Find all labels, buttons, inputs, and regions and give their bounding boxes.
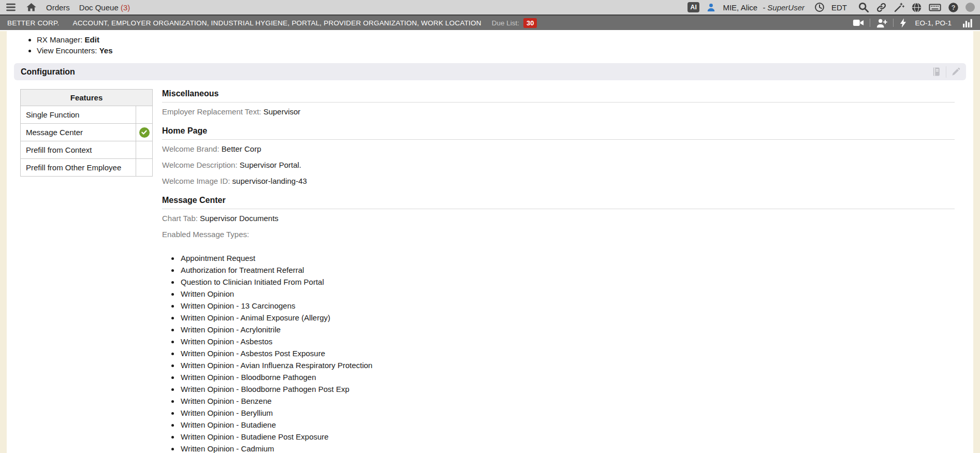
message-type-item: Authorization for Treatment Referral (180, 264, 955, 276)
message-type-item: Written Opinion (180, 288, 955, 300)
message-type-item: Written Opinion - Asbestos (180, 335, 955, 347)
user-name: MIE, Alice (723, 3, 757, 12)
feature-label: Single Function (21, 106, 136, 124)
field-chart-tab: Chart Tab: Supervisor Documents (162, 212, 955, 225)
context-bar: BETTER CORP. ACCOUNT, EMPLOYER ORGANIZAT… (0, 14, 980, 30)
panel-title: Configuration (21, 67, 75, 77)
book-icon[interactable] (931, 67, 941, 77)
context-list[interactable]: ACCOUNT, EMPLOYER ORGANIZATION, INDUSTRI… (72, 19, 481, 27)
feature-label: Prefill from Context (21, 141, 136, 159)
pencil-icon[interactable] (951, 67, 961, 77)
section-title-message-center: Message Center (162, 196, 955, 209)
feature-label: Message Center (21, 124, 136, 141)
permission-item: View Encounters: Yes (37, 45, 973, 56)
lightning-icon[interactable] (899, 18, 907, 28)
feature-status-cell (136, 106, 153, 124)
field-welcome-brand: Welcome Brand: Better Corp (162, 142, 955, 156)
message-type-item: Question to Clinician Initiated From Por… (180, 276, 955, 288)
configuration-details: Miscellaneous Employer Replacement Text:… (162, 89, 955, 453)
message-type-item: Written Opinion - Acrylonitrile (180, 324, 955, 335)
timezone-label: EDT (831, 3, 847, 12)
feature-status-cell (136, 159, 153, 177)
due-list-badge[interactable]: 30 (523, 18, 537, 28)
feature-row: Prefill from Context (21, 141, 153, 159)
enabled-message-types-list: Appointment Request Authorization for Tr… (162, 252, 955, 453)
user-menu[interactable]: MIE, Alice - SuperUser (723, 3, 805, 12)
user-icon[interactable] (706, 3, 716, 12)
permission-item: RX Manager: Edit (37, 34, 973, 45)
wand-icon[interactable] (894, 2, 904, 13)
message-type-item: Written Opinion - Butadiene Post Exposur… (180, 431, 955, 443)
divider (893, 19, 894, 27)
message-type-item: Written Opinion - Benzene (180, 395, 955, 407)
section-title-miscellaneous: Miscellaneous (162, 89, 955, 103)
message-type-item: Written Opinion - Bloodborne Pathogen (180, 371, 955, 383)
features-table: Features Single Function (20, 89, 153, 177)
message-type-item: Written Opinion - Beryllium (180, 407, 955, 419)
help-icon[interactable]: ? (948, 2, 959, 13)
message-type-item: Written Opinion - Avian Influenza Respir… (180, 359, 955, 371)
keyboard-icon[interactable] (929, 2, 941, 13)
message-type-item: Written Opinion - Bloodborne Pathogen Po… (180, 383, 955, 395)
feature-label: Prefill from Other Employee (21, 159, 136, 177)
feature-row: Prefill from Other Employee (21, 159, 153, 177)
features-table-body: Single Function Message Center (21, 106, 153, 177)
divider (946, 66, 946, 78)
nav-orders[interactable]: Orders (46, 3, 70, 12)
page-edge-right (973, 31, 980, 453)
field-welcome-image-id: Welcome Image ID: supervisor-landing-43 (162, 174, 955, 188)
feature-status-cell (136, 141, 153, 159)
feature-row: Single Function (21, 106, 153, 124)
globe-icon[interactable] (911, 2, 922, 13)
check-icon (139, 127, 150, 138)
hamburger-menu-icon[interactable] (5, 2, 17, 12)
doc-queue-count: (3) (121, 3, 130, 12)
person-add-icon[interactable] (876, 18, 887, 28)
svg-text:?: ? (952, 4, 956, 11)
search-icon[interactable] (858, 2, 869, 13)
field-welcome-description: Welcome Description: Supervisor Portal. (162, 158, 955, 172)
entity-label[interactable]: EO-1, PO-1 (915, 19, 952, 27)
message-type-item: Appointment Request (180, 252, 955, 264)
message-type-item: Written Opinion - Cadmium (180, 443, 955, 453)
status-circle-icon[interactable] (966, 3, 975, 12)
message-type-item: Written Opinion - Asbestos Post Exposure (180, 347, 955, 359)
configuration-panel: Configuration (14, 63, 966, 453)
ai-badge[interactable]: AI (688, 2, 699, 12)
features-table-header: Features (21, 90, 153, 106)
user-role: - SuperUser (763, 3, 805, 12)
bar-chart-icon[interactable] (962, 18, 973, 27)
home-icon[interactable] (26, 2, 37, 12)
feature-row: Message Center (21, 124, 153, 141)
field-employer-replacement-text: Employer Replacement Text: Supervisor (162, 105, 955, 119)
link-icon[interactable] (876, 2, 887, 13)
page-edge-left (0, 31, 7, 453)
top-bar: Orders Doc Queue (3) AI MIE, Alice - Sup… (0, 0, 980, 14)
message-type-item: Written Opinion - 13 Carcinogens (180, 300, 955, 312)
message-type-item: Written Opinion - Animal Exposure (Aller… (180, 312, 955, 324)
video-camera-icon[interactable] (853, 18, 864, 27)
divider (870, 19, 870, 27)
org-name[interactable]: BETTER CORP. (7, 19, 59, 27)
message-type-item: Written Opinion - Butadiene (180, 419, 955, 431)
nav-doc-queue[interactable]: Doc Queue (3) (79, 3, 130, 12)
main-content: RX Manager: Edit View Encounters: Yes Co… (7, 31, 973, 453)
feature-status-cell (136, 124, 153, 141)
field-enabled-message-types: Enabled Message Types: (162, 228, 955, 241)
section-title-home-page: Home Page (162, 126, 955, 140)
configuration-header: Configuration (14, 63, 966, 80)
clock-icon[interactable] (814, 2, 825, 12)
permission-list: RX Manager: Edit View Encounters: Yes (7, 34, 973, 56)
due-list-label: Due List: (492, 19, 519, 27)
